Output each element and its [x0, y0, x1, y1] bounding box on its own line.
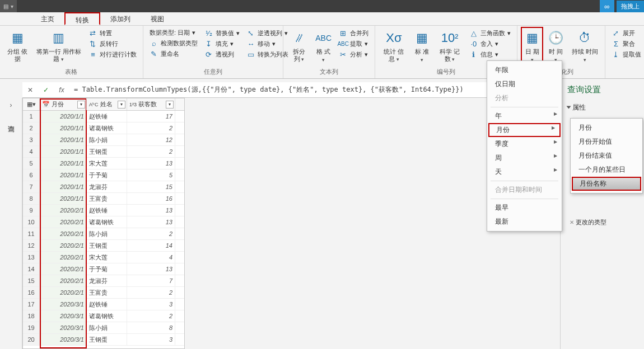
- replace-button[interactable]: ¹⁄₂替换值 ▾: [203, 28, 241, 38]
- table-row[interactable]: 12020/1/1赵铁锤17: [23, 111, 184, 122]
- fx-icon[interactable]: fx: [54, 86, 69, 94]
- cell-num[interactable]: 2: [127, 287, 175, 298]
- cell-name[interactable]: 于予菊: [87, 169, 127, 181]
- grid-corner[interactable]: ▦▾: [23, 98, 40, 110]
- count-rows-button[interactable]: ≡对行进行计数: [87, 49, 138, 59]
- cell-num[interactable]: 4: [127, 252, 175, 263]
- rename-button[interactable]: ✎重命名: [148, 49, 199, 59]
- properties-section[interactable]: 属性: [567, 103, 637, 112]
- ctx-day[interactable]: 天: [487, 165, 562, 179]
- table-row[interactable]: 92020/2/1赵铁锤13: [23, 205, 184, 216]
- expand-queries-button[interactable]: ›: [0, 101, 22, 109]
- cell-name[interactable]: 宋大莲: [87, 158, 127, 169]
- formula-cancel-button[interactable]: ✕: [22, 86, 38, 94]
- cell-num[interactable]: 7: [127, 275, 175, 286]
- col-header-date[interactable]: 📅 月份▾: [40, 98, 87, 110]
- ctx-year[interactable]: 年: [487, 109, 562, 123]
- cell-num[interactable]: 3: [127, 299, 175, 310]
- cell-date[interactable]: 2020/2/1: [40, 216, 87, 228]
- ctx-earliest[interactable]: 最早: [487, 201, 562, 215]
- cell-num[interactable]: 2: [127, 228, 175, 239]
- cell-name[interactable]: 王钢蛋: [87, 240, 127, 251]
- transpose-button[interactable]: ⇄转置: [87, 28, 138, 38]
- cell-name[interactable]: 王钢蛋: [87, 334, 127, 345]
- cell-num[interactable]: 2: [127, 146, 175, 157]
- cell-name[interactable]: 赵铁锤: [87, 299, 127, 310]
- cell-num[interactable]: 8: [127, 322, 175, 333]
- table-row[interactable]: 142020/2/1于予菊13: [23, 263, 184, 275]
- cell-name[interactable]: 龙淑芬: [87, 275, 127, 286]
- table-row[interactable]: 172020/3/1赵铁锤3: [23, 299, 184, 310]
- table-row[interactable]: 42020/1/1王钢蛋2: [23, 146, 184, 158]
- format-button[interactable]: ABC格 式: [314, 28, 334, 67]
- table-row[interactable]: 152020/2/1龙淑芬7: [23, 275, 184, 287]
- pivot-button[interactable]: ⟳透视列: [203, 49, 241, 59]
- ctx-month[interactable]: 月份: [488, 123, 561, 137]
- cell-name[interactable]: 陈小娟: [87, 134, 127, 145]
- table-row[interactable]: 202020/3/1王钢蛋3: [23, 334, 184, 346]
- cell-date[interactable]: 2020/3/1: [40, 322, 87, 333]
- cell-date[interactable]: 2020/2/1: [40, 205, 87, 216]
- col-header-num[interactable]: 1²3 获客数▾: [127, 98, 175, 110]
- cell-date[interactable]: 2020/1/1: [40, 158, 87, 169]
- cell-date[interactable]: 2020/1/1: [40, 146, 87, 157]
- cell-num[interactable]: 17: [127, 111, 175, 122]
- sub-month-name[interactable]: 月份名称: [572, 177, 641, 191]
- cell-num[interactable]: 16: [127, 193, 175, 204]
- table-row[interactable]: 82020/1/1王富贵16: [23, 193, 184, 205]
- rounding-button[interactable]: ·0舍入 ▾: [468, 39, 512, 49]
- trig-button[interactable]: △三角函数 ▾: [468, 28, 512, 38]
- cell-num[interactable]: 12: [127, 134, 175, 145]
- cell-name[interactable]: 龙淑芬: [87, 181, 127, 192]
- tab-home[interactable]: 主页: [31, 12, 64, 25]
- duration-button[interactable]: ⏱持续 时间: [570, 28, 600, 67]
- col-header-name[interactable]: AᵇC 姓名▾: [87, 98, 127, 110]
- table-row[interactable]: 132020/2/1宋大莲4: [23, 252, 184, 263]
- ctx-week[interactable]: 周: [487, 151, 562, 165]
- scientific-button[interactable]: 10²科学 记数: [435, 28, 464, 67]
- sub-month[interactable]: 月份: [571, 121, 642, 135]
- cell-name[interactable]: 王富贵: [87, 287, 127, 298]
- cell-name[interactable]: 陈小娟: [87, 228, 127, 239]
- cell-name[interactable]: 诸葛钢铁: [87, 310, 127, 322]
- standard-button[interactable]: ▦标 准: [412, 28, 432, 67]
- extract-value-button[interactable]: ⤓提取值: [610, 49, 643, 59]
- reverse-rows-button[interactable]: ⇅反转行: [87, 39, 138, 49]
- cell-date[interactable]: 2020/1/1: [40, 169, 87, 181]
- cell-name[interactable]: 赵铁锤: [87, 111, 127, 122]
- ctx-age[interactable]: 年限: [487, 63, 562, 77]
- cell-name[interactable]: 诸葛钢铁: [87, 216, 127, 228]
- cell-date[interactable]: 2020/1/1: [40, 134, 87, 145]
- stats-button[interactable]: Xσ统计 信息: [380, 28, 409, 67]
- sub-month-end[interactable]: 月份结束值: [571, 149, 642, 163]
- expand-button[interactable]: ⤢展开: [610, 28, 643, 38]
- cell-num[interactable]: 13: [127, 205, 175, 216]
- cell-num[interactable]: 5: [127, 169, 175, 181]
- cell-date[interactable]: 2020/2/1: [40, 240, 87, 251]
- aggregate-button[interactable]: Σ聚合: [610, 39, 643, 49]
- split-column-button[interactable]: ⫽拆分 列: [288, 28, 310, 67]
- table-row[interactable]: 52020/1/1宋大莲13: [23, 158, 184, 169]
- cell-num[interactable]: 14: [127, 240, 175, 251]
- cell-date[interactable]: 2020/3/1: [40, 334, 87, 345]
- cell-num[interactable]: 13: [127, 158, 175, 169]
- cell-num[interactable]: 13: [127, 263, 175, 275]
- cell-date[interactable]: 2020/1/1: [40, 111, 87, 122]
- tab-add-column[interactable]: 添加列: [100, 12, 141, 25]
- fill-button[interactable]: ↧填充 ▾: [203, 39, 241, 49]
- table-row[interactable]: 122020/2/1王钢蛋14: [23, 240, 184, 252]
- cell-date[interactable]: 2020/2/1: [40, 287, 87, 298]
- cell-name[interactable]: 于予菊: [87, 263, 127, 275]
- table-row[interactable]: 32020/1/1陈小娟12: [23, 134, 184, 146]
- table-row[interactable]: 112020/2/1陈小娟2: [23, 228, 184, 240]
- detect-type-button[interactable]: ⌕检测数据类型: [148, 38, 199, 48]
- cell-name[interactable]: 诸葛钢铁: [87, 122, 127, 134]
- cell-num[interactable]: 2: [127, 310, 175, 322]
- cell-date[interactable]: 2020/2/1: [40, 228, 87, 239]
- cell-num[interactable]: 15: [127, 181, 175, 192]
- cloud-icon[interactable]: ∞: [600, 0, 614, 12]
- cell-num[interactable]: 3: [127, 334, 175, 345]
- cell-date[interactable]: 2020/1/1: [40, 122, 87, 134]
- cell-name[interactable]: 王钢蛋: [87, 146, 127, 157]
- cell-num[interactable]: 2: [127, 122, 175, 134]
